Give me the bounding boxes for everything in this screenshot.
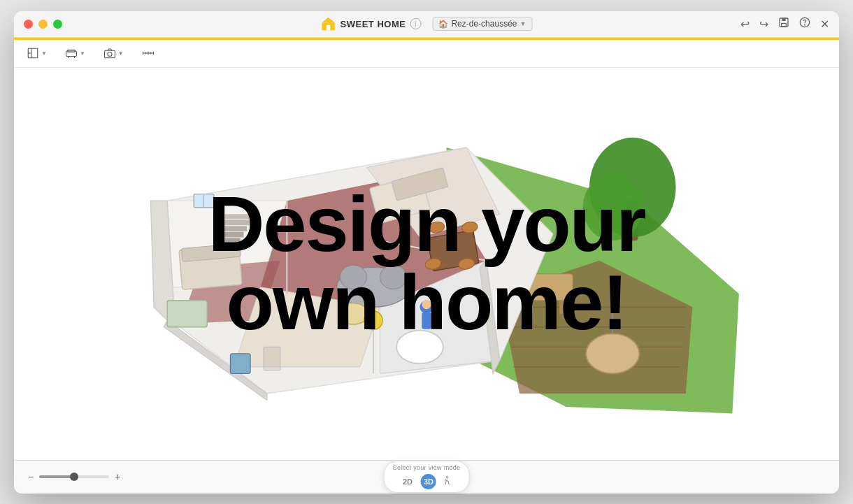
house-render	[14, 68, 839, 460]
app-logo-icon	[321, 16, 336, 31]
svg-rect-5	[782, 23, 787, 27]
toolbar-group-camera: ▼	[99, 44, 128, 62]
svg-rect-78	[231, 353, 251, 373]
title-right-controls: ↩ ↪ ✕	[740, 17, 829, 31]
app-title: SWEET HOME	[341, 19, 406, 29]
svg-rect-4	[782, 18, 785, 21]
info-icon[interactable]: i	[410, 18, 421, 29]
zoom-slider[interactable]	[39, 475, 109, 478]
main-content: Design your own home!	[14, 68, 839, 460]
help-button[interactable]	[799, 17, 810, 31]
svg-rect-64	[422, 312, 431, 329]
title-center: SWEET HOME i 🏠 Rez-de-chaussée ▼	[321, 16, 533, 31]
svg-rect-34	[526, 300, 533, 313]
view-3d-button[interactable]: 3D	[421, 474, 436, 489]
svg-line-80	[445, 481, 446, 484]
svg-rect-77	[264, 347, 280, 370]
zoom-out-button[interactable]: −	[28, 471, 34, 482]
close-button[interactable]	[24, 20, 33, 29]
toolbar-group-plan: ▼	[22, 44, 51, 62]
floor-icon: 🏠	[438, 20, 448, 29]
save-button[interactable]	[778, 17, 789, 31]
svg-rect-70	[214, 214, 254, 219]
svg-rect-72	[214, 226, 248, 231]
view-mode-label: Select your view mode	[393, 464, 461, 471]
toolbar: ▼ ▼ ▼	[14, 40, 839, 68]
zoom-thumb[interactable]	[70, 473, 78, 481]
toolbar-group-furniture: ▼	[61, 44, 89, 62]
svg-point-79	[447, 476, 449, 478]
bottom-bar: − + Select your view mode 2D 3D	[14, 460, 839, 494]
maximize-button[interactable]	[53, 20, 62, 29]
redo-button[interactable]: ↪	[759, 17, 768, 31]
zoom-track	[39, 475, 74, 478]
view-mode-buttons: 2D 3D	[400, 474, 453, 489]
svg-rect-35	[559, 300, 566, 313]
measure-icon	[142, 47, 155, 59]
chevron-down-icon: ▼	[519, 20, 526, 27]
walk-mode-button[interactable]	[442, 475, 453, 489]
svg-point-65	[422, 299, 431, 308]
window-close-button[interactable]: ✕	[820, 17, 829, 31]
window-controls	[24, 20, 62, 29]
camera-icon	[103, 47, 116, 59]
view-mode-panel: Select your view mode 2D 3D	[384, 461, 470, 493]
svg-rect-71	[214, 219, 250, 225]
svg-marker-1	[322, 17, 334, 22]
plan-icon	[27, 47, 39, 59]
svg-point-69	[396, 330, 443, 363]
plan-tool-button[interactable]: ▼	[22, 44, 51, 62]
undo-button[interactable]: ↩	[740, 17, 750, 31]
svg-point-36	[586, 333, 639, 373]
toolbar-group-measure	[138, 44, 159, 62]
floor-selector[interactable]: 🏠 Rez-de-chaussée ▼	[432, 17, 532, 31]
svg-point-7	[805, 25, 805, 26]
svg-rect-2	[327, 25, 331, 30]
title-bar: SWEET HOME i 🏠 Rez-de-chaussée ▼ ↩ ↪	[14, 11, 839, 38]
floor-label: Rez-de-chaussée	[451, 19, 517, 29]
svg-point-27	[582, 174, 643, 240]
svg-point-55	[380, 265, 406, 289]
main-window: SWEET HOME i 🏠 Rez-de-chaussée ▼ ↩ ↪	[14, 11, 839, 494]
camera-tool-button[interactable]: ▼	[99, 44, 128, 62]
furniture-tool-button[interactable]: ▼	[61, 44, 89, 62]
svg-rect-15	[104, 50, 115, 58]
furniture-icon	[65, 47, 78, 59]
svg-point-54	[340, 265, 366, 289]
view-2d-button[interactable]: 2D	[400, 476, 415, 487]
svg-rect-74	[214, 238, 241, 243]
measure-tool-button[interactable]	[138, 44, 159, 62]
plan-chevron-icon: ▼	[41, 50, 47, 57]
camera-chevron-icon: ▼	[118, 50, 124, 57]
svg-rect-68	[167, 300, 207, 326]
svg-rect-73	[214, 231, 244, 237]
svg-point-16	[108, 52, 112, 57]
zoom-in-button[interactable]: +	[115, 471, 120, 482]
zoom-controls: − +	[28, 471, 120, 482]
svg-line-81	[448, 481, 449, 484]
svg-point-57	[364, 311, 383, 330]
furniture-chevron-icon: ▼	[80, 50, 85, 57]
minimize-button[interactable]	[38, 20, 48, 29]
